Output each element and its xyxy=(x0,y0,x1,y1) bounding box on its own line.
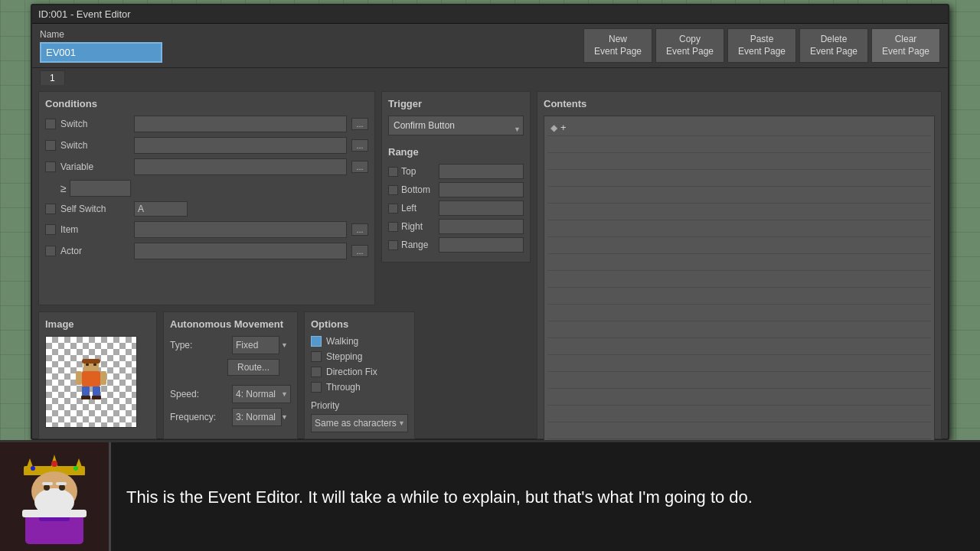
contents-title: Contents xyxy=(544,98,935,109)
speed-select[interactable]: 1: x8 Slower 2: x4 Slower 3: x2 Slower 4… xyxy=(232,385,291,403)
type-row: Type: Fixed Random Approach Custom xyxy=(170,336,291,354)
contents-row-19 xyxy=(547,422,931,439)
conditions-panel: Conditions Switch ... Switch ... xyxy=(38,91,375,305)
range-bottom-checkbox[interactable] xyxy=(388,185,398,195)
range-range-select[interactable] xyxy=(439,237,524,253)
dialog-message: This is the Event Editor. It will take a… xyxy=(126,484,753,510)
item-checkbox[interactable] xyxy=(45,224,56,235)
walking-checkbox[interactable] xyxy=(311,336,322,347)
delete-event-page-button[interactable]: DeleteEvent Page xyxy=(799,28,868,63)
switch2-dots-button[interactable]: ... xyxy=(351,139,368,152)
svg-rect-9 xyxy=(76,371,82,385)
variable-input[interactable] xyxy=(134,158,347,175)
contents-area[interactable]: ◆ + xyxy=(544,116,935,460)
type-label: Type: xyxy=(170,340,227,350)
range-left-select[interactable] xyxy=(439,201,524,216)
variable-dots-button[interactable]: ... xyxy=(351,161,368,173)
toolbar-buttons: NewEvent Page CopyEvent Page PasteEvent … xyxy=(583,28,940,63)
range-left-checkbox[interactable] xyxy=(388,204,398,214)
event-name-input[interactable] xyxy=(40,42,162,63)
frequency-label: Frequency: xyxy=(170,412,227,422)
range-range-row: Range xyxy=(388,237,524,253)
range-bottom-select[interactable] xyxy=(439,182,524,197)
svg-rect-4 xyxy=(82,371,100,386)
svg-rect-5 xyxy=(82,386,90,397)
svg-point-21 xyxy=(59,484,65,491)
paste-event-page-button[interactable]: PasteEvent Page xyxy=(727,28,796,63)
stepping-checkbox[interactable] xyxy=(311,351,322,362)
contents-row-11 xyxy=(547,288,931,305)
contents-row-16 xyxy=(547,372,931,389)
range-top-row: Top xyxy=(388,164,524,179)
dialog-bar: This is the Event Editor. It will take a… xyxy=(0,440,980,551)
item-input[interactable] xyxy=(134,221,347,238)
contents-row-13 xyxy=(547,321,931,338)
trigger-select[interactable]: Confirm Button Touch Event Touch Auto Ru… xyxy=(388,116,524,135)
actor-dots-button[interactable]: ... xyxy=(351,245,368,257)
new-event-page-button[interactable]: NewEvent Page xyxy=(583,28,652,63)
self-switch-checkbox[interactable] xyxy=(45,204,56,214)
priority-select[interactable]: Below characters Same as characters Abov… xyxy=(311,414,408,432)
condition-switch1-row: Switch ... xyxy=(45,116,368,132)
clear-event-page-button[interactable]: ClearEvent Page xyxy=(871,28,940,63)
contents-row-3 xyxy=(547,153,931,170)
condition-actor-row: Actor ... xyxy=(45,243,368,259)
svg-rect-22 xyxy=(42,482,53,485)
switch1-dots-button[interactable]: ... xyxy=(351,118,368,130)
through-label: Through xyxy=(326,382,361,393)
contents-row-9 xyxy=(547,254,931,271)
range-left-label: Left xyxy=(401,203,436,214)
range-range-checkbox[interactable] xyxy=(388,240,398,250)
editor-window: ID:001 - Event Editor Name NewEvent Page… xyxy=(31,4,949,440)
stepping-label: Stepping xyxy=(326,351,362,362)
actor-input[interactable] xyxy=(134,243,347,259)
self-switch-select[interactable]: A B C D xyxy=(134,201,188,217)
range-right-select[interactable] xyxy=(439,219,524,234)
item-label: Item xyxy=(60,224,129,235)
speed-row: Speed: 1: x8 Slower 2: x4 Slower 3: x2 S… xyxy=(170,385,291,403)
svg-rect-8 xyxy=(92,396,101,399)
variable-checkbox[interactable] xyxy=(45,161,56,172)
diamond-icon: ◆ xyxy=(550,122,557,133)
contents-panel: Contents ◆ + xyxy=(537,91,942,439)
range-top-checkbox[interactable] xyxy=(388,167,398,177)
direction-fix-checkbox[interactable] xyxy=(311,367,322,377)
switch2-checkbox[interactable] xyxy=(45,140,56,151)
contents-row-12 xyxy=(547,305,931,321)
range-right-row: Right xyxy=(388,219,524,234)
tabs-area: 1 xyxy=(32,68,948,85)
svg-rect-7 xyxy=(81,396,90,399)
frequency-select[interactable]: 1: Lowest 2: Lower 3: Normal 4: Higher 5… xyxy=(232,408,282,426)
image-panel: Image xyxy=(38,311,157,439)
character-image[interactable] xyxy=(45,336,137,428)
switch2-label: Switch xyxy=(60,140,129,151)
contents-row-18 xyxy=(547,406,931,422)
condition-variable-row: Variable ... xyxy=(45,158,368,175)
type-select[interactable]: Fixed Random Approach Custom xyxy=(232,336,279,354)
trigger-title: Trigger xyxy=(388,98,524,109)
range-right-checkbox[interactable] xyxy=(388,222,398,232)
range-top-select[interactable] xyxy=(439,164,524,179)
svg-rect-1 xyxy=(82,359,100,364)
tab-1[interactable]: 1 xyxy=(40,70,65,85)
dialog-text: This is the Event Editor. It will take a… xyxy=(111,442,980,551)
sprite-svg xyxy=(73,357,109,406)
actor-checkbox[interactable] xyxy=(45,246,56,256)
item-dots-button[interactable]: ... xyxy=(351,223,368,236)
conditions-title: Conditions xyxy=(45,98,368,109)
condition-item-row: Item ... xyxy=(45,221,368,238)
contents-plus: + xyxy=(560,122,567,133)
contents-row-5 xyxy=(547,187,931,204)
frequency-row: Frequency: 1: Lowest 2: Lower 3: Normal … xyxy=(170,408,291,426)
copy-event-page-button[interactable]: CopyEvent Page xyxy=(655,28,724,63)
route-button[interactable]: Route... xyxy=(227,359,279,376)
bottom-panels: Image xyxy=(38,311,375,439)
switch1-checkbox[interactable] xyxy=(45,119,56,129)
switch1-input[interactable] xyxy=(134,116,347,132)
switch2-input[interactable] xyxy=(134,137,347,154)
dialog-avatar xyxy=(0,442,111,551)
through-checkbox[interactable] xyxy=(311,382,322,393)
variable-value-input[interactable] xyxy=(70,180,131,197)
svg-point-17 xyxy=(74,466,78,471)
range-bottom-row: Bottom xyxy=(388,182,524,197)
